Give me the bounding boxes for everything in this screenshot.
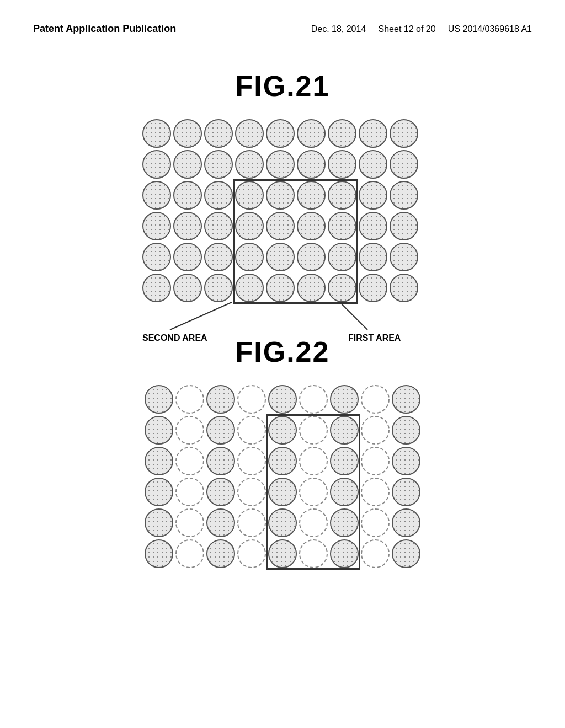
circle-cell — [173, 212, 202, 240]
circle-cell — [142, 119, 171, 148]
circle-cell — [392, 447, 420, 475]
circle-cell — [268, 539, 297, 568]
circle-cell — [237, 508, 266, 537]
circle-cell — [237, 385, 266, 414]
circle-cell — [235, 119, 264, 148]
circle-cell — [145, 416, 173, 445]
circle-cell — [206, 478, 235, 506]
circle-cell — [142, 243, 171, 271]
circle-cell — [268, 447, 297, 475]
circle-cell — [299, 447, 328, 475]
circle-cell — [145, 539, 173, 568]
circle-cell — [235, 274, 264, 302]
fig22-grid — [145, 385, 420, 568]
fig22-title: FIG.22 — [236, 335, 330, 368]
circle-cell — [330, 447, 359, 475]
circle-cell — [142, 274, 171, 302]
circle-cell — [173, 119, 202, 148]
circle-cell — [328, 243, 356, 271]
circle-cell — [142, 212, 171, 240]
circle-cell — [175, 478, 204, 506]
circle-cell — [361, 385, 390, 414]
circle-cell — [268, 385, 297, 414]
pub-date: Dec. 18, 2014 — [311, 24, 366, 34]
circle-cell — [268, 508, 297, 537]
circle-cell — [204, 119, 233, 148]
circle-cell — [390, 119, 418, 148]
circle-cell — [237, 447, 266, 475]
page-header: Patent Application Publication Dec. 18, … — [0, 0, 565, 36]
circle-cell — [145, 447, 173, 475]
circle-cell — [145, 478, 173, 506]
circle-cell — [173, 181, 202, 210]
circle-cell — [297, 243, 326, 271]
circle-cell — [297, 274, 326, 302]
circle-cell — [266, 150, 295, 179]
circle-cell — [204, 243, 233, 271]
circle-cell — [237, 539, 266, 568]
circle-cell — [330, 508, 359, 537]
circle-cell — [175, 539, 204, 568]
circle-cell — [361, 447, 390, 475]
circle-cell — [359, 119, 387, 148]
circle-cell — [359, 212, 387, 240]
circle-cell — [235, 212, 264, 240]
circle-cell — [237, 416, 266, 445]
circle-cell — [173, 274, 202, 302]
circle-cell — [390, 212, 418, 240]
circle-cell — [330, 385, 359, 414]
fig22-diagram — [145, 385, 420, 568]
header-meta: Dec. 18, 2014 Sheet 12 of 20 US 2014/036… — [311, 22, 532, 36]
circle-cell — [206, 416, 235, 445]
circle-cell — [235, 150, 264, 179]
circle-cell — [361, 416, 390, 445]
circle-cell — [359, 181, 387, 210]
circle-cell — [390, 181, 418, 210]
publication-label: Patent Application Publication — [33, 22, 176, 36]
circle-cell — [297, 150, 326, 179]
circle-cell — [145, 508, 173, 537]
circle-cell — [266, 274, 295, 302]
circle-cell — [299, 478, 328, 506]
circle-cell — [206, 447, 235, 475]
circle-cell — [392, 416, 420, 445]
fig21-section: FIG.21 SECOND AREAFIRST AREA — [0, 69, 565, 302]
circle-cell — [142, 150, 171, 179]
circle-cell — [175, 385, 204, 414]
circle-cell — [297, 119, 326, 148]
circle-cell — [361, 508, 390, 537]
circle-cell — [142, 181, 171, 210]
circle-cell — [330, 416, 359, 445]
circle-cell — [328, 150, 356, 179]
circle-cell — [392, 478, 420, 506]
circle-cell — [330, 539, 359, 568]
circle-cell — [361, 539, 390, 568]
fig22-section: FIG.22 — [0, 335, 565, 568]
pub-number: US 2014/0369618 A1 — [448, 24, 532, 34]
circle-cell — [390, 243, 418, 271]
fig21-diagram: SECOND AREAFIRST AREA — [142, 119, 423, 302]
fig21-title: FIG.21 — [236, 69, 330, 103]
circle-cell — [359, 243, 387, 271]
circle-cell — [299, 508, 328, 537]
circle-cell — [392, 385, 420, 414]
circle-cell — [145, 385, 173, 414]
circle-cell — [392, 508, 420, 537]
circle-cell — [237, 478, 266, 506]
circle-cell — [266, 243, 295, 271]
svg-line-2 — [340, 302, 367, 330]
circle-cell — [297, 181, 326, 210]
circle-cell — [392, 539, 420, 568]
circle-cell — [175, 508, 204, 537]
sheet-info: Sheet 12 of 20 — [379, 24, 436, 34]
circle-cell — [361, 478, 390, 506]
circle-cell — [175, 447, 204, 475]
circle-cell — [206, 385, 235, 414]
circle-cell — [268, 478, 297, 506]
circle-cell — [328, 212, 356, 240]
circle-cell — [204, 274, 233, 302]
circle-cell — [266, 181, 295, 210]
circle-cell — [266, 119, 295, 148]
circle-cell — [390, 150, 418, 179]
circle-cell — [328, 181, 356, 210]
